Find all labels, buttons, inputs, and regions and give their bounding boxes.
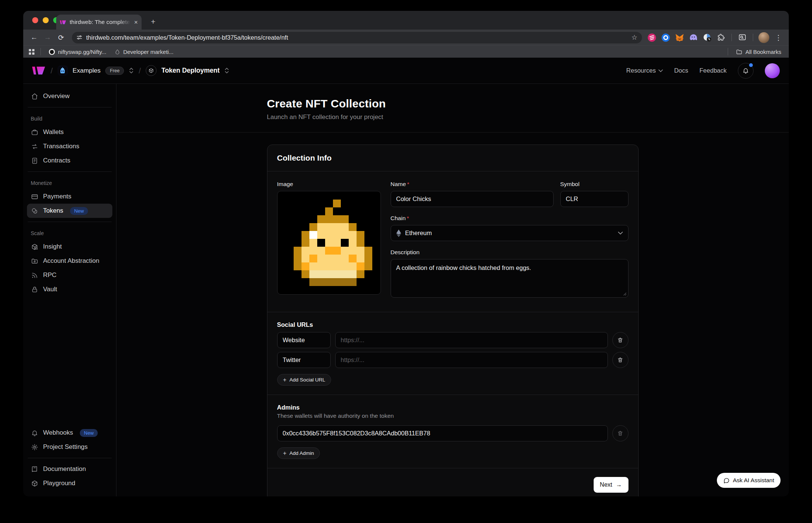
next-button[interactable]: Next → bbox=[594, 477, 628, 493]
sidebar-item-transactions[interactable]: Transactions bbox=[27, 139, 112, 153]
sidebar-item-payments[interactable]: Payments bbox=[27, 189, 112, 204]
all-bookmarks-button[interactable]: All Bookmarks bbox=[734, 49, 784, 55]
arrow-right-icon: → bbox=[616, 481, 622, 488]
breadcrumb-separator: / bbox=[139, 66, 141, 75]
collection-image-pixels bbox=[286, 200, 372, 286]
sidebar-section-scale: Scale bbox=[31, 230, 109, 236]
new-tab-button[interactable]: + bbox=[148, 17, 158, 27]
docs-link[interactable]: Docs bbox=[674, 67, 688, 74]
close-window-button[interactable] bbox=[32, 17, 38, 23]
lock-icon bbox=[31, 286, 38, 293]
admin-address-input[interactable] bbox=[277, 425, 608, 441]
notifications-button[interactable] bbox=[738, 63, 754, 79]
insight-icon bbox=[31, 243, 38, 250]
delete-admin-button[interactable] bbox=[612, 425, 628, 441]
name-label: Name* bbox=[391, 181, 554, 188]
bookmark-star-icon[interactable]: ☆ bbox=[631, 33, 637, 42]
toolbar-divider bbox=[731, 34, 732, 41]
trash-icon bbox=[617, 357, 623, 363]
thirdweb-favicon-icon bbox=[60, 20, 66, 25]
resources-menu[interactable]: Resources bbox=[626, 67, 663, 74]
delete-social-row-button[interactable] bbox=[612, 332, 628, 348]
delete-social-row-button[interactable] bbox=[612, 352, 628, 368]
browser-menu-icon[interactable]: ⋮ bbox=[773, 33, 784, 42]
sidebar-item-insight[interactable]: Insight bbox=[27, 240, 112, 254]
sidebar-item-documentation[interactable]: Documentation bbox=[27, 462, 112, 476]
collection-image-upload[interactable] bbox=[277, 191, 381, 295]
add-admin-button[interactable]: + Add Admin bbox=[277, 447, 320, 459]
symbol-input[interactable] bbox=[560, 191, 628, 207]
browser-profile-avatar[interactable] bbox=[758, 32, 769, 43]
social-url-input[interactable] bbox=[335, 352, 608, 368]
collection-info-card: Collection Info Image bbox=[267, 145, 639, 496]
reload-icon[interactable]: ⟳ bbox=[55, 31, 67, 44]
history-extension-icon[interactable] bbox=[702, 32, 712, 43]
bookmark-developer-marketing[interactable]: Developer marketi... bbox=[112, 49, 176, 55]
browser-tab[interactable]: thirdweb: The complete web3 × bbox=[56, 15, 142, 30]
url-text[interactable]: thirdweb.com/team/examples/Token-Deploym… bbox=[86, 34, 628, 41]
sidebar-item-rpc[interactable]: RPC bbox=[27, 268, 112, 282]
gear-icon bbox=[31, 444, 38, 451]
description-field-group: Description A collection of rainbow chic… bbox=[391, 249, 628, 298]
thirdweb-logo[interactable] bbox=[32, 66, 46, 75]
feedback-link[interactable]: Feedback bbox=[700, 67, 727, 74]
ask-ai-assistant-button[interactable]: Ask AI Assistant bbox=[717, 473, 781, 488]
traffic-lights bbox=[32, 17, 59, 23]
resize-handle-icon[interactable] bbox=[623, 292, 627, 296]
admin-row bbox=[277, 425, 628, 441]
main-content: Create NFT Collection Launch an NFT coll… bbox=[116, 84, 789, 496]
back-icon[interactable]: ← bbox=[28, 31, 40, 44]
apps-grid-icon[interactable] bbox=[28, 49, 35, 55]
trash-icon bbox=[617, 430, 623, 437]
sidebar-item-vault[interactable]: Vault bbox=[27, 282, 112, 297]
sidebar-item-contracts[interactable]: Contracts bbox=[27, 153, 112, 168]
browser-window: thirdweb: The complete web3 × + ← → ⟳ th… bbox=[23, 11, 789, 496]
home-icon bbox=[31, 93, 38, 100]
side-panel-icon[interactable] bbox=[737, 32, 748, 43]
sidebar-item-account-abstraction[interactable]: Account Abstraction bbox=[27, 254, 112, 268]
phantom-icon[interactable] bbox=[688, 32, 699, 43]
address-bar[interactable]: thirdweb.com/team/examples/Token-Deploym… bbox=[72, 32, 642, 43]
bookmarks-divider bbox=[728, 48, 728, 55]
extensions-puzzle-icon[interactable] bbox=[716, 32, 726, 43]
name-input[interactable] bbox=[391, 191, 554, 207]
tab-close-icon[interactable]: × bbox=[134, 19, 138, 25]
bookmarks-divider bbox=[40, 48, 41, 55]
social-url-input[interactable] bbox=[335, 332, 608, 348]
browser-toolbar: ← → ⟳ thirdweb.com/team/examples/Token-D… bbox=[23, 30, 789, 45]
project-switcher-icon[interactable] bbox=[224, 67, 229, 74]
bell-icon bbox=[31, 429, 38, 437]
extensions-area: ⋮ bbox=[646, 32, 784, 43]
site-settings-icon[interactable] bbox=[76, 34, 82, 40]
sidebar: Overview Build Wallets Transactions Cont… bbox=[23, 84, 116, 496]
social-row bbox=[277, 332, 628, 348]
sidebar-item-webhooks[interactable]: Webhooks New bbox=[27, 426, 112, 440]
social-type-input[interactable] bbox=[277, 332, 331, 348]
team-switcher-icon[interactable] bbox=[129, 67, 134, 74]
blue-extension-icon[interactable] bbox=[660, 32, 671, 43]
sidebar-item-playground[interactable]: Playground bbox=[27, 476, 112, 490]
bookmark-niftyswap[interactable]: niftyswap.gg/Nifty... bbox=[46, 49, 109, 55]
new-badge: New bbox=[70, 207, 88, 215]
sidebar-item-tokens[interactable]: Tokens New bbox=[27, 204, 112, 218]
social-type-input[interactable] bbox=[277, 352, 331, 368]
notification-dot bbox=[749, 63, 753, 67]
minimize-window-button[interactable] bbox=[43, 17, 49, 23]
ethereum-icon bbox=[396, 229, 401, 237]
sidebar-item-project-settings[interactable]: Project Settings bbox=[27, 440, 112, 454]
pink-extension-icon[interactable] bbox=[646, 32, 657, 43]
team-name[interactable]: Examples bbox=[73, 67, 101, 75]
trash-icon bbox=[617, 337, 623, 343]
project-name[interactable]: Token Deployment bbox=[161, 67, 219, 75]
forward-icon[interactable]: → bbox=[41, 31, 54, 44]
chevron-down-icon bbox=[618, 231, 623, 235]
team-avatar[interactable] bbox=[58, 66, 68, 76]
metamask-icon[interactable] bbox=[674, 32, 685, 43]
sidebar-item-overview[interactable]: Overview bbox=[27, 89, 112, 103]
user-avatar[interactable] bbox=[765, 63, 780, 78]
add-social-url-button[interactable]: + Add Social URL bbox=[277, 374, 331, 386]
sidebar-item-wallets[interactable]: Wallets bbox=[27, 125, 112, 139]
new-badge: New bbox=[80, 429, 98, 437]
description-textarea[interactable]: A collection of rainbow chicks hatched f… bbox=[391, 259, 628, 298]
chain-select[interactable]: Ethereum bbox=[391, 225, 628, 241]
